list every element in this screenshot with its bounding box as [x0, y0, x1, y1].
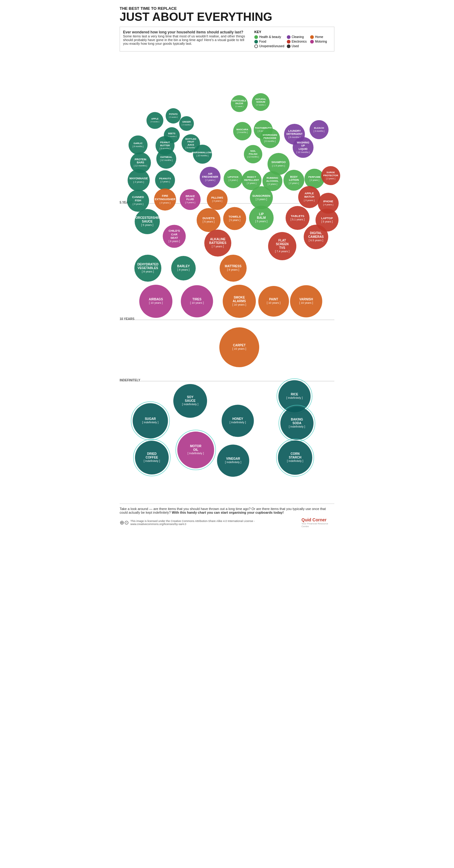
svg-point-11 [166, 108, 181, 124]
key-unopened: Unopened/unused [254, 44, 284, 48]
svg-text:[ 2 months ]: [ 2 months ] [181, 124, 192, 126]
svg-text:[ 5 years ]: [ 5 years ] [229, 219, 240, 222]
svg-text:UP: UP [301, 144, 305, 147]
svg-text:BEETS: BEETS [168, 132, 175, 134]
svg-text:GARLIC: GARLIC [134, 142, 143, 145]
svg-text:[ 8 months ]: [ 8 months ] [133, 145, 143, 148]
key-electronics: Electronics [287, 40, 308, 43]
subtitle: THE BEST TIME TO REPLACE [120, 6, 334, 11]
svg-text:LIPSTICK: LIPSTICK [228, 176, 239, 178]
svg-text:[ 5 years ]: [ 5 years ] [141, 223, 153, 226]
svg-text:[ 5 years ]: [ 5 years ] [203, 220, 215, 223]
svg-text:[ 6.5 years ]: [ 6.5 years ] [309, 239, 323, 242]
svg-text:[ 6 years ]: [ 6 years ] [169, 240, 180, 243]
svg-text:OIL: OIL [193, 448, 198, 451]
svg-text:[ 12 months ]: [ 12 months ] [160, 159, 172, 161]
svg-text:SMOKE: SMOKE [234, 296, 245, 299]
chart-area: 5 YEARS 10 YEARS INDEFINITELY DISPOSABLE… [120, 56, 334, 500]
svg-text:TVS: TVS [279, 246, 285, 249]
svg-text:WATCH: WATCH [304, 195, 314, 198]
svg-text:[ 7.4 years ]: [ 7.4 years ] [275, 250, 289, 253]
svg-text:[ 1.5 years ]: [ 1.5 years ] [272, 164, 285, 167]
svg-text:COFFEE: COFFEE [146, 456, 158, 459]
svg-text:PEANUTS: PEANUTS [159, 177, 171, 180]
svg-text:OATMEAL: OATMEAL [160, 156, 172, 158]
key-health: Health & beauty [254, 35, 284, 39]
svg-text:BATTERIES: BATTERIES [209, 241, 226, 244]
key-cleaning: Cleaning [287, 35, 308, 39]
svg-text:SCREEN: SCREEN [276, 242, 289, 246]
svg-point-8 [147, 112, 164, 129]
svg-text:ALKALINE: ALKALINE [210, 237, 226, 241]
svg-text:WASHING: WASHING [297, 141, 310, 144]
svg-text:BAKING: BAKING [291, 417, 303, 421]
svg-text:[ 1 week ]: [ 1 week ] [235, 105, 243, 107]
svg-point-14 [179, 116, 194, 131]
svg-text:[ 8 years ]: [ 8 years ] [227, 268, 239, 271]
svg-text:ALARMS: ALARMS [233, 299, 246, 303]
key-home: Home [310, 35, 331, 39]
svg-text:[ 2 years ]: [ 2 years ] [229, 179, 238, 181]
svg-text:[ 8 years ]: [ 8 years ] [177, 268, 190, 271]
svg-text:BUTTER: BUTTER [160, 144, 170, 147]
svg-text:[ 3 years ]: [ 3 years ] [160, 202, 170, 204]
footer-text: Take a look around — are there items tha… [120, 503, 334, 514]
svg-text:STARCH: STARCH [289, 456, 302, 459]
svg-text:EXTINGUISHER: EXTINGUISHER [154, 198, 175, 201]
svg-text:VINEGAR: VINEGAR [226, 457, 240, 460]
svg-text:SURGE: SURGE [327, 171, 335, 174]
svg-text:SEAT: SEAT [171, 236, 178, 239]
svg-text:[ 2 weeks ]: [ 2 weeks ] [256, 103, 265, 106]
svg-text:[ Indefinitely ]: [ Indefinitely ] [286, 396, 303, 399]
svg-text:AIR: AIR [208, 172, 212, 175]
svg-text:PROTECTOR: PROTECTOR [323, 174, 338, 177]
svg-text:AIRBAGS: AIRBAGS [149, 297, 163, 301]
svg-text:IPHONE: IPHONE [323, 200, 334, 203]
svg-text:[ 6 weeks ]: [ 6 weeks ] [151, 121, 160, 123]
svg-text:CANNED: CANNED [132, 195, 144, 198]
svg-text:CORN: CORN [290, 452, 300, 455]
svg-text:APPLE: APPLE [151, 118, 159, 120]
brand: Quid Corner Your Financial Resource Cent… [302, 517, 334, 528]
svg-text:[ 5 years ]: [ 5 years ] [255, 220, 267, 223]
svg-text:[ 7 years ]: [ 7 years ] [212, 245, 224, 248]
svg-text:MATTRESS: MATTRESS [225, 264, 242, 268]
svg-text:DIGITAL: DIGITAL [310, 231, 322, 235]
svg-text:LOTION: LOTION [289, 178, 299, 181]
svg-text:[ Indefinitely ]: [ Indefinitely ] [229, 421, 246, 424]
svg-text:PEANUT: PEANUT [160, 141, 170, 144]
svg-text:[ 2 years ]: [ 2 years ] [289, 182, 299, 185]
svg-text:[ 12 months ]: [ 12 months ] [247, 156, 259, 158]
svg-text:TOWELS: TOWELS [229, 215, 241, 218]
svg-text:FLUID: FLUID [186, 198, 194, 201]
svg-text:[ 2 years ]: [ 2 years ] [133, 180, 144, 183]
svg-text:PERFUME: PERFUME [308, 176, 320, 178]
svg-text:[ 8 years ]: [ 8 years ] [142, 270, 154, 273]
key-food: Food [254, 40, 284, 43]
svg-text:[ 3 months ]: [ 3 months ] [313, 130, 324, 132]
svg-text:[ Indefinitely ]: [ Indefinitely ] [287, 459, 303, 463]
svg-text:[ 10 years ]: [ 10 years ] [190, 301, 204, 304]
svg-text:WORCESTERSHIRE: WORCESTERSHIRE [133, 216, 162, 219]
svg-text:[ 6 months ]: [ 6 months ] [264, 140, 276, 143]
svg-text:[ Indefinitely ]: [ Indefinitely ] [144, 459, 160, 463]
svg-text:[ 2 years ]: [ 2 years ] [267, 183, 277, 185]
svg-text:DEHYDRATED: DEHYDRATED [137, 262, 159, 266]
svg-text:VARNISH: VARNISH [300, 297, 313, 301]
svg-text:POTATO: POTATO [169, 113, 178, 115]
svg-text:SUNSCREEN: SUNSCREEN [252, 194, 271, 197]
svg-text:JUICE: JUICE [188, 144, 194, 146]
svg-text:LAPTOP: LAPTOP [321, 217, 333, 220]
svg-text:MASCARA: MASCARA [236, 128, 249, 131]
svg-text:[ 2 years ]: [ 2 years ] [247, 182, 256, 185]
svg-text:BARS: BARS [137, 161, 144, 164]
svg-text:DISPOSABLE: DISPOSABLE [232, 100, 246, 102]
svg-text:LIP: LIP [259, 212, 264, 215]
svg-text:CARPET: CARPET [233, 343, 246, 347]
svg-text:SAUCE: SAUCE [185, 399, 195, 402]
svg-text:CAR: CAR [171, 233, 178, 236]
svg-text:[ 10 years ]: [ 10 years ] [149, 301, 163, 304]
svg-text:FLAT: FLAT [279, 239, 286, 242]
svg-text:APPLE: APPLE [305, 192, 314, 195]
svg-text:DUVETS: DUVETS [202, 216, 215, 220]
